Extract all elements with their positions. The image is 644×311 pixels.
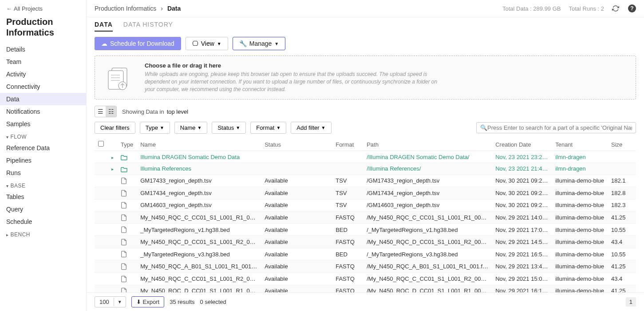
data-table: Type Name Status Format Path Creation Da…: [95, 138, 636, 292]
nav-details[interactable]: Details: [0, 43, 86, 56]
nav-pipelines[interactable]: Pipelines: [0, 154, 86, 167]
row-date: Nov, 30 2021 09:25:…: [492, 175, 552, 187]
row-tenant: ilmn-dragen: [552, 163, 608, 175]
page-number[interactable]: 1: [626, 297, 636, 307]
tab-data-history[interactable]: DATA HISTORY: [123, 21, 173, 32]
table-row[interactable]: My_N450_RQC_D_CC01_S1_L001_R1_001.fastq.…: [95, 285, 636, 292]
row-date: Nov, 29 2021 14:03:…: [492, 211, 552, 224]
group-bench[interactable]: ▸ BENCH: [0, 228, 86, 239]
nav-activity[interactable]: Activity: [0, 68, 86, 80]
add-filter-button[interactable]: Add filter ▼: [291, 122, 331, 134]
file-icon: [117, 187, 137, 199]
nav-query[interactable]: Query: [0, 203, 86, 215]
nav-schedule[interactable]: Schedule: [0, 215, 86, 228]
search-box[interactable]: 🔍: [476, 122, 636, 133]
breadcrumb-parent[interactable]: Production Informatics: [95, 5, 156, 12]
expand-icon[interactable]: ▸: [111, 155, 114, 160]
filter-name[interactable]: Name ▼: [174, 122, 208, 134]
table-row[interactable]: My_N450_RQC_C_CC01_S1_L001_R2_001.fastq.…: [95, 273, 636, 285]
row-status: [261, 163, 332, 175]
group-flow[interactable]: ▾ FLOW: [0, 130, 86, 142]
table-row[interactable]: ▸Illumina DRAGEN Somatic Demo Data/Illum…: [95, 151, 636, 163]
nav-reference-data[interactable]: Reference Data: [0, 142, 86, 154]
col-date[interactable]: Creation Date: [492, 138, 552, 151]
file-dropzone[interactable]: Choose a file or drag it here While uplo…: [95, 56, 636, 100]
tree-view-toggle[interactable]: ☷: [106, 106, 116, 117]
chevron-down-icon: ▼: [114, 298, 126, 306]
table-row[interactable]: My_N450_RQC_A_B01_S1_L001_R1_001.fastq.g…: [95, 260, 636, 273]
filter-type[interactable]: Type ▼: [140, 122, 170, 134]
help-icon[interactable]: ?: [628, 4, 636, 12]
back-label: All Projects: [14, 5, 43, 12]
row-date: Nov, 29 2021 16:12:…: [492, 285, 552, 292]
row-tenant: illumina-demo-blue: [552, 285, 608, 292]
row-tenant: ilmn-dragen: [552, 151, 608, 163]
page-size-select[interactable]: 100▼: [95, 296, 126, 307]
row-name[interactable]: My_N450_RQC_D_CC01_S1_L001_R2_001.fastq.…: [137, 236, 261, 248]
search-input[interactable]: [487, 124, 632, 131]
col-type[interactable]: Type: [117, 138, 137, 151]
row-name[interactable]: GM17433_region_depth.tsv: [137, 175, 261, 187]
col-name[interactable]: Name: [137, 138, 261, 151]
nav-connectivity[interactable]: Connectivity: [0, 80, 86, 93]
schedule-download-button[interactable]: ☁ Schedule for Download: [95, 37, 181, 50]
row-tenant: illumina-demo-blue: [552, 223, 608, 236]
row-date: Nov, 29 2021 17:00:…: [492, 223, 552, 236]
file-icon: [117, 273, 137, 285]
tab-data[interactable]: DATA: [95, 21, 113, 32]
table-row[interactable]: _MyTargetedRegions_v3.hg38.bedAvailableB…: [95, 248, 636, 260]
manage-button[interactable]: 🔧 Manage ▼: [233, 37, 286, 50]
export-button[interactable]: ⬇ Export: [131, 296, 165, 307]
nav-runs[interactable]: Runs: [0, 167, 86, 179]
col-path[interactable]: Path: [363, 138, 492, 151]
table-row[interactable]: My_N450_RQC_D_CC01_S1_L001_R2_001.fastq.…: [95, 236, 636, 248]
clear-filters-button[interactable]: Clear filters: [95, 122, 135, 134]
row-name[interactable]: _MyTargetedRegions_v1.hg38.bed: [137, 223, 261, 236]
breadcrumb-current: Data: [167, 5, 181, 12]
col-size[interactable]: Size: [608, 138, 636, 151]
table-row[interactable]: My_N450_RQC_C_CC01_S1_L001_R1_001.fastq.…: [95, 211, 636, 224]
back-all-projects[interactable]: ← All Projects: [0, 5, 86, 16]
row-name[interactable]: _MyTargetedRegions_v3.hg38.bed: [137, 248, 261, 260]
row-tenant: illumina-demo-blue: [552, 175, 608, 187]
row-name[interactable]: GM14603_region_depth.tsv: [137, 199, 261, 211]
table-row[interactable]: ▸Illumina References/Illumina References…: [95, 163, 636, 175]
list-view-toggle[interactable]: ☰: [95, 106, 106, 117]
row-name[interactable]: Illumina DRAGEN Somatic Demo Data: [137, 151, 261, 163]
row-name[interactable]: Illumina References: [137, 163, 261, 175]
group-base[interactable]: ▾ BASE: [0, 179, 86, 191]
row-size: [608, 151, 636, 163]
row-name[interactable]: GM17434_region_depth.tsv: [137, 187, 261, 199]
select-all-checkbox[interactable]: [98, 141, 104, 147]
nav-notifications[interactable]: Notifications: [0, 105, 86, 118]
table-row[interactable]: GM17434_region_depth.tsvAvailableTSV/GM1…: [95, 187, 636, 199]
table-row[interactable]: _MyTargetedRegions_v1.hg38.bedAvailableB…: [95, 223, 636, 236]
table-row[interactable]: GM17433_region_depth.tsvAvailableTSV/GM1…: [95, 175, 636, 187]
nav-tables[interactable]: Tables: [0, 191, 86, 203]
row-name[interactable]: My_N450_RQC_A_B01_S1_L001_R1_001.fastq.g…: [137, 260, 261, 273]
filter-status[interactable]: Status ▼: [212, 122, 246, 134]
row-format: [332, 163, 363, 175]
row-name[interactable]: My_N450_RQC_C_CC01_S1_L001_R1_001.fastq.…: [137, 211, 261, 224]
row-size: 10.55: [608, 248, 636, 260]
row-date: Nov, 29 2021 15:06:…: [492, 273, 552, 285]
view-button[interactable]: 🖵 View ▼: [186, 37, 228, 50]
refresh-icon[interactable]: [612, 4, 620, 12]
nav-data[interactable]: Data: [0, 93, 86, 105]
row-path: /My_N450_RQC_C_CC01_S1_L001_R2_001.fastq…: [363, 273, 492, 285]
row-status: [261, 151, 332, 163]
row-name[interactable]: My_N450_RQC_C_CC01_S1_L001_R2_001.fastq.…: [137, 273, 261, 285]
col-status[interactable]: Status: [261, 138, 332, 151]
row-name[interactable]: My_N450_RQC_D_CC01_S1_L001_R1_001.fastq.…: [137, 285, 261, 292]
caret-icon: ▾: [6, 135, 9, 140]
row-status: Available: [261, 285, 332, 292]
col-tenant[interactable]: Tenant: [552, 138, 608, 151]
col-format[interactable]: Format: [332, 138, 363, 151]
expand-icon[interactable]: ▸: [111, 167, 114, 171]
table-row[interactable]: GM14603_region_depth.tsvAvailableTSV/GM1…: [95, 199, 636, 211]
filter-format[interactable]: Format ▼: [250, 122, 286, 134]
row-size: 43.4: [608, 273, 636, 285]
nav-team[interactable]: Team: [0, 56, 86, 68]
wrench-icon: 🔧: [239, 40, 247, 47]
nav-samples[interactable]: Samples: [0, 118, 86, 130]
